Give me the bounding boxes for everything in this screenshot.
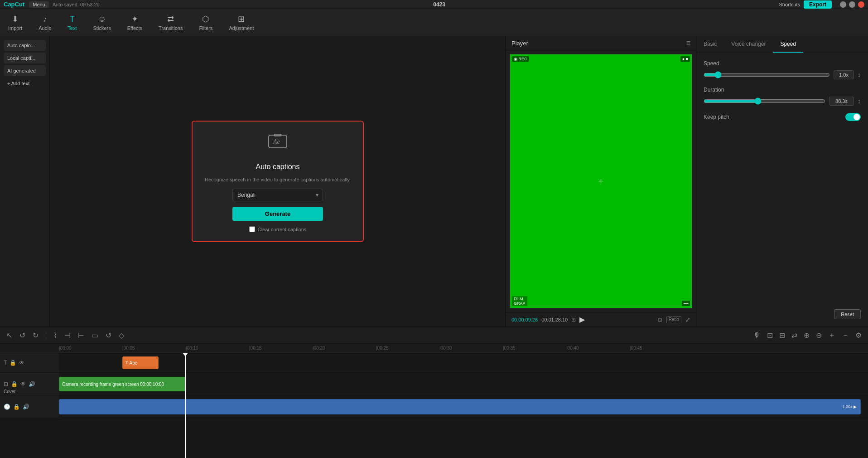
auto-caption-button[interactable]: Auto capio... [4,40,46,51]
redo-tool[interactable]: ↻ [31,330,40,341]
toolbar: ⬇ Import ♪ Audio T Text ☺ Stickers ✦ Eff… [0,9,868,36]
caption-dialog-title: Auto captions [256,163,300,171]
video-tr-indicator: ● ■ [680,56,690,62]
menu-button[interactable]: Menu [29,1,49,8]
tab-basic[interactable]: Basic [696,36,724,53]
tl-settings[interactable]: ⚙ [854,330,863,341]
player-panel: Player ≡ ◉ REC ● ■ + FILMGRAP ━━ 00:00:0… [506,36,696,326]
keep-pitch-label: Keep pitch [704,114,729,120]
timeline-content: T 🔒 👁 T Abc ⊡ 🔒 👁 🔊 Cover [0,353,868,458]
split-tool[interactable]: ⌇ [52,330,59,341]
clear-captions-checkbox[interactable] [249,226,255,232]
close-button[interactable] [858,1,864,8]
clear-captions-label[interactable]: Clear current captions [249,226,307,232]
main-area: Auto capio... Local capti... AI generate… [0,36,868,326]
keyframe-tool[interactable]: ◇ [117,330,126,341]
player-header: Player ≡ [506,36,696,50]
play-button[interactable]: ▶ [579,315,585,324]
audio-speed-label: 1.00x ▶ [842,404,857,409]
video-clip[interactable]: Camera recording frame green screen 00:0… [59,377,186,391]
toggle-knob [854,114,860,120]
stickers-tool[interactable]: ☺ Stickers [90,13,115,33]
reset-button[interactable]: Reset [834,309,861,319]
maximize-button[interactable] [849,1,855,8]
text-icon: T [70,15,75,24]
mic-icon[interactable]: 🎙 [752,331,762,341]
duration-value: 88.3s [829,97,854,106]
video-lock-icon: ⊡ [4,381,8,387]
crop-tool[interactable]: ↺ [104,330,113,341]
filters-label: Filters [199,25,212,31]
audio-tool[interactable]: ♪ Audio [35,13,55,33]
tl-tool-1[interactable]: ⊡ [765,330,775,341]
tl-tool-3[interactable]: ⇄ [790,330,799,341]
tab-speed[interactable]: Speed [773,36,803,53]
speed-value: 1.0x [834,70,854,79]
tl-tool-4[interactable]: ⊕ [802,330,811,341]
ratio-button[interactable]: Ratio [666,316,681,323]
right-panel: Basic Voice changer Speed Speed 1.0x ↕ D… [696,36,868,326]
delete-tool[interactable]: ▭ [90,330,100,341]
undo-tool[interactable]: ↺ [18,330,27,341]
generate-button[interactable]: Generate [232,207,323,221]
speed-label: Speed [704,60,861,67]
keep-pitch-toggle[interactable] [845,113,861,121]
window-controls [840,1,864,8]
audio-volume-icon: 🔊 [23,404,29,410]
pointer-tool[interactable]: ↖ [5,330,14,341]
ruler-mark-15: |00:15 [249,346,262,351]
time-total: 00:01:28:10 [541,317,568,322]
filters-tool[interactable]: ⬡ Filters [195,12,216,33]
ai-generated-button[interactable]: AI generated [4,65,46,76]
duration-expand-btn[interactable]: ↕ [858,97,861,105]
ruler-mark-20: |00:20 [313,346,325,351]
tl-tool-2[interactable]: ⊟ [777,330,787,341]
screenshot-icon[interactable]: ⊙ [657,316,663,323]
shortcuts-button[interactable]: Shortcuts [779,2,800,7]
video-rec-indicator: ◉ REC [512,56,529,62]
tl-zoom-out[interactable]: － [840,330,851,341]
ruler-mark-10: |00:10 [186,346,198,351]
duration-slider[interactable] [704,97,825,105]
import-tool[interactable]: ⬇ Import [5,12,26,33]
audio-lock-icon: 🔒 [13,404,20,410]
text-clip[interactable]: T Abc [122,356,159,369]
language-select[interactable]: Bengali English Hindi Chinese [232,189,323,201]
duration-label: Duration [704,87,861,93]
trim-in-tool[interactable]: ⊣ [63,330,72,341]
minimize-button[interactable] [840,1,846,8]
video-track-controls: ⊡ 🔒 👁 🔊 Cover [0,373,59,395]
text-track-controls: T 🔒 👁 [0,353,59,372]
effects-tool[interactable]: ✦ Effects [124,12,146,33]
add-text-button[interactable]: + Add text [4,78,46,89]
video-crosshair: + [598,176,603,186]
grid-icon: ⊞ [571,317,576,323]
text-tool[interactable]: T Text [64,13,80,33]
speed-expand-btn[interactable]: ↕ [858,71,861,78]
adjustment-tool[interactable]: ⊞ Adjustment [225,12,257,33]
local-caption-button[interactable]: Local capti... [4,53,46,63]
speed-row: 1.0x ↕ [704,70,861,79]
audio-clip[interactable]: 1.00x ▶ [59,399,861,414]
export-button[interactable]: Export [804,0,832,9]
tab-voice-changer[interactable]: Voice changer [724,36,773,53]
transitions-tool[interactable]: ⇄ Transitions [155,12,186,33]
fullscreen-icon[interactable]: ⤢ [685,316,690,323]
player-menu-icon[interactable]: ≡ [686,39,690,47]
effects-label: Effects [127,25,142,31]
ruler-mark-25: |00:25 [376,346,389,351]
video-track-area: Camera recording frame green screen 00:0… [59,373,868,395]
tl-zoom-in[interactable]: ＋ [826,330,837,341]
text-eye-icon: 👁 [19,360,24,366]
audio-track: 🕐 🔒 🔊 1.00x ▶ [0,395,868,418]
text-track-area: T Abc [59,353,868,372]
tl-right-tools: 🎙 ⊡ ⊟ ⇄ ⊕ ⊖ ＋ － ⚙ [752,330,863,341]
tl-tool-5[interactable]: ⊖ [814,330,824,341]
app-logo: CapCut [4,1,24,8]
audio-track-area: 1.00x ▶ [59,395,868,418]
trim-out-tool[interactable]: ⊢ [76,330,86,341]
ruler-mark-40: |00:40 [566,346,579,351]
speed-slider[interactable] [704,71,830,78]
player-controls: 00:00:09:26 00:01:28:10 ⊞ ▶ ⊙ Ratio ⤢ [506,312,696,326]
video-lock2-icon: 🔒 [11,381,18,387]
